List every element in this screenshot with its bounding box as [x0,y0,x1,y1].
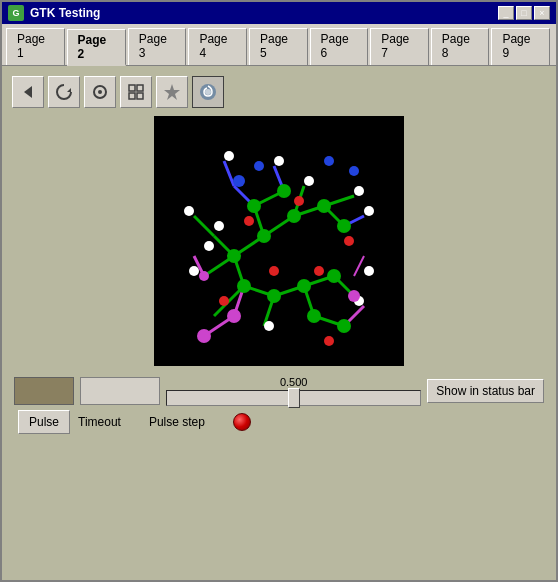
tab-page3[interactable]: Page 3 [128,28,187,65]
svg-point-65 [257,229,271,243]
slider-container: 0.500 [166,376,421,406]
tab-page4[interactable]: Page 4 [188,28,247,65]
svg-point-68 [267,289,281,303]
svg-point-69 [297,279,311,293]
svg-point-44 [244,216,254,226]
bottom-row: Pulse Timeout Pulse step [14,410,544,434]
svg-point-75 [337,219,351,233]
toolbar-btn-4[interactable] [120,76,152,108]
minimize-button[interactable]: _ [498,6,514,20]
svg-point-66 [287,209,301,223]
show-status-button[interactable]: Show in status bar [427,379,544,403]
svg-point-10 [205,89,211,95]
svg-point-74 [337,319,351,333]
slider-value: 0.500 [280,376,308,388]
svg-marker-8 [164,84,180,100]
main-window: G GTK Testing _ □ × Page 1 Page 2 Page 3… [0,0,558,582]
svg-point-3 [98,90,102,94]
main-slider[interactable] [166,390,421,406]
svg-point-40 [219,296,229,306]
title-buttons: _ □ × [498,6,550,20]
tab-page7[interactable]: Page 7 [370,28,429,65]
svg-point-71 [247,199,261,213]
molecule-canvas [154,116,404,366]
svg-point-43 [324,336,334,346]
svg-point-67 [317,199,331,213]
content-area: 0.500 Show in status bar Pulse Timeout P… [2,66,556,580]
controls-section: 0.500 Show in status bar Pulse Timeout P… [10,372,548,438]
svg-point-42 [314,266,324,276]
svg-point-70 [327,269,341,283]
svg-point-55 [274,156,284,166]
svg-rect-6 [129,93,135,99]
close-button[interactable]: × [534,6,550,20]
svg-point-63 [237,279,251,293]
svg-marker-1 [67,88,71,92]
svg-point-61 [349,166,359,176]
svg-point-54 [354,186,364,196]
svg-point-77 [227,309,241,323]
svg-point-57 [184,206,194,216]
svg-point-64 [227,249,241,263]
svg-line-29 [194,216,214,236]
svg-point-58 [364,206,374,216]
svg-point-72 [277,184,291,198]
toolbar-btn-5[interactable] [156,76,188,108]
tab-page9[interactable]: Page 9 [491,28,550,65]
svg-point-45 [294,196,304,206]
maximize-button[interactable]: □ [516,6,532,20]
svg-point-56 [224,151,234,161]
svg-point-60 [254,161,264,171]
svg-rect-4 [129,85,135,91]
svg-point-50 [264,321,274,331]
spiral-icon [197,81,219,103]
svg-point-47 [189,266,199,276]
tab-page5[interactable]: Page 5 [249,28,308,65]
circle-icon [90,82,110,102]
svg-point-48 [204,241,214,251]
toolbar-btn-1[interactable] [12,76,44,108]
svg-marker-0 [24,86,32,98]
slider-row: 0.500 Show in status bar [14,376,544,406]
tab-page6[interactable]: Page 6 [310,28,369,65]
svg-point-76 [197,329,211,343]
tab-page2[interactable]: Page 2 [67,29,126,66]
svg-point-62 [324,156,334,166]
toolbar-btn-6[interactable] [192,76,224,108]
tab-page1[interactable]: Page 1 [6,28,65,65]
svg-line-37 [224,161,234,186]
value-box [80,377,160,405]
svg-point-49 [214,221,224,231]
grid-icon [126,82,146,102]
svg-rect-5 [137,85,143,91]
toolbar-btn-3[interactable] [84,76,116,108]
svg-rect-7 [137,93,143,99]
refresh-icon [54,82,74,102]
timeout-label: Timeout [78,415,121,429]
molecule-svg [154,116,404,366]
back-icon [18,82,38,102]
pulse-button[interactable]: Pulse [18,410,70,434]
toolbar-btn-2[interactable] [48,76,80,108]
color-box [14,377,74,405]
star-icon [162,82,182,102]
toolbar [10,74,548,110]
title-bar-left: G GTK Testing [8,5,100,21]
red-indicator [233,413,251,431]
svg-point-53 [304,176,314,186]
pulse-step-label: Pulse step [149,415,205,429]
tab-page8[interactable]: Page 8 [431,28,490,65]
svg-line-35 [354,256,364,276]
title-bar: G GTK Testing _ □ × [2,2,556,24]
svg-point-41 [269,266,279,276]
svg-point-46 [344,236,354,246]
svg-point-78 [199,271,209,281]
tabs-bar: Page 1 Page 2 Page 3 Page 4 Page 5 Page … [2,24,556,66]
window-title: GTK Testing [30,6,100,20]
svg-point-79 [348,290,360,302]
window-icon: G [8,5,24,21]
svg-point-59 [233,175,245,187]
svg-point-52 [364,266,374,276]
svg-point-73 [307,309,321,323]
